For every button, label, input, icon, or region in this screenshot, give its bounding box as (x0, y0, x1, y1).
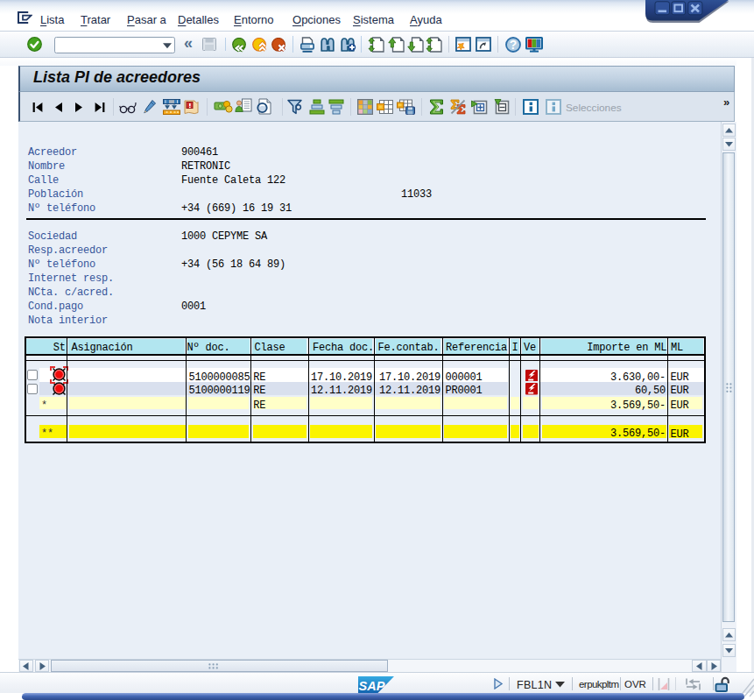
svg-text:?: ? (510, 38, 518, 52)
svg-text:SAP: SAP (359, 678, 385, 692)
